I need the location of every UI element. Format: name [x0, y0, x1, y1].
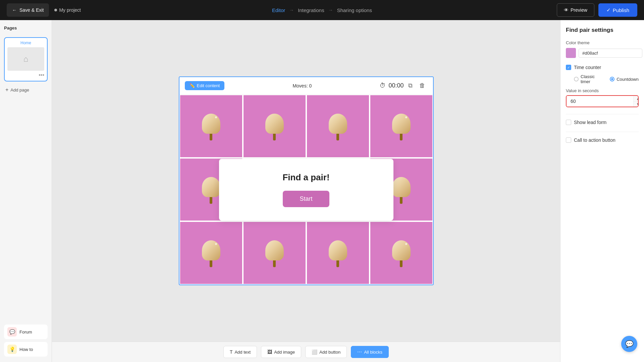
grid-cell-9[interactable]: [179, 221, 243, 285]
chat-fab-button[interactable]: 💬: [621, 336, 637, 352]
show-lead-form-section: Show lead form: [566, 120, 639, 125]
moves-counter: Moves: 0: [292, 83, 312, 88]
popsicle-12: [390, 240, 412, 265]
classic-timer-radio-row[interactable]: Classic timer: [574, 74, 603, 84]
canvas-area: ✏️ Edit content Moves: 0 ⏱ 00:00 ⧉ 🗑: [52, 20, 560, 362]
value-in-seconds-label: Value in seconds: [566, 88, 639, 93]
call-to-action-label: Call to action button: [574, 137, 615, 143]
color-hex-input[interactable]: [579, 49, 642, 58]
home-page-label: Home: [7, 41, 44, 45]
classic-timer-radio[interactable]: [574, 77, 579, 81]
time-counter-row: Time counter: [566, 65, 639, 70]
value-input-wrap: ▲ ▼: [566, 95, 639, 107]
game-grid: Find a pair! Start: [179, 95, 433, 285]
nav-editor-link[interactable]: Editor: [272, 7, 285, 13]
timer-value: 00:00: [388, 82, 404, 89]
nav-integrations-link[interactable]: Integrations: [298, 7, 324, 13]
classic-timer-label: Classic timer: [581, 74, 603, 84]
color-swatch[interactable]: [566, 48, 576, 58]
popsicle-9: [200, 240, 222, 265]
game-canvas: ✏️ Edit content Moves: 0 ⏱ 00:00 ⧉ 🗑: [179, 76, 434, 285]
main-layout: Pages Home ⌂ ••• + Add page 💬 Forum 💡 Ho…: [0, 20, 644, 362]
add-text-button[interactable]: T Add text: [223, 346, 257, 358]
edit-content-label: Edit content: [197, 83, 220, 88]
add-page-button[interactable]: + Add page: [4, 85, 48, 94]
value-in-seconds-section: Value in seconds ▲ ▼: [566, 88, 639, 107]
check-icon: ✓: [606, 7, 611, 13]
eye-icon: 👁: [564, 7, 569, 13]
more-dots-icon[interactable]: •••: [39, 72, 44, 78]
countdown-radio-row[interactable]: Countdown: [610, 74, 639, 84]
popsicle-8: [390, 177, 412, 202]
divider-1: [566, 114, 639, 114]
text-icon: T: [230, 349, 233, 355]
add-image-button[interactable]: 🖼 Add image: [261, 346, 301, 358]
timer-icon: ⏱: [380, 82, 386, 89]
page-thumbnail: ⌂: [7, 47, 44, 71]
popsicle-11: [327, 240, 349, 265]
button-icon: ⬜: [312, 349, 317, 355]
add-page-label: Add page: [10, 87, 29, 93]
forum-icon: 💬: [7, 327, 17, 337]
value-spinner: ▲ ▼: [633, 96, 639, 107]
countdown-radio[interactable]: [610, 77, 614, 81]
left-sidebar: Pages Home ⌂ ••• + Add page 💬 Forum 💡 Ho…: [0, 20, 52, 362]
delete-button[interactable]: 🗑: [417, 81, 427, 90]
call-to-action-section: Call to action button: [566, 137, 639, 143]
edit-content-button[interactable]: ✏️ Edit content: [185, 81, 225, 90]
grid-cell-12[interactable]: [370, 221, 433, 285]
start-game-button[interactable]: Start: [283, 191, 329, 207]
back-arrow-icon: ←: [12, 7, 17, 13]
copy-button[interactable]: ⧉: [406, 81, 415, 90]
page-more-btn[interactable]: •••: [7, 72, 44, 78]
image-icon: 🖼: [267, 349, 272, 355]
divider-2: [566, 132, 639, 132]
project-name: My project: [54, 7, 81, 13]
chat-icon: 💬: [625, 340, 634, 348]
add-button-button[interactable]: ⬜ Add button: [305, 346, 347, 358]
game-start-overlay: Find a pair! Start: [219, 159, 393, 221]
all-blocks-button[interactable]: ⋯ All blocks: [351, 346, 389, 358]
how-to-tool-item[interactable]: 💡 How to: [4, 342, 48, 357]
value-in-seconds-input[interactable]: [567, 96, 633, 107]
show-lead-form-row: Show lead form: [566, 120, 639, 125]
call-to-action-row: Call to action button: [566, 137, 639, 143]
forum-tool-item[interactable]: 💬 Forum: [4, 324, 48, 339]
forum-label: Forum: [19, 329, 32, 335]
nav-sharing-link[interactable]: Sharing options: [337, 7, 372, 13]
publish-button[interactable]: ✓ Publish: [598, 3, 637, 17]
grid-cell-1[interactable]: [179, 95, 243, 158]
home-page-item[interactable]: Home ⌂ •••: [4, 37, 48, 81]
time-counter-checkbox[interactable]: [566, 65, 571, 70]
nav-right: 👁 Preview ✓ Publish: [557, 3, 637, 17]
color-theme-label: Color theme: [566, 40, 639, 45]
popsicle-4: [390, 114, 412, 139]
spinner-down-button[interactable]: ▼: [634, 102, 639, 107]
spinner-up-button[interactable]: ▲: [634, 96, 639, 102]
canvas-topbar: ✏️ Edit content Moves: 0 ⏱ 00:00 ⧉ 🗑: [179, 77, 433, 95]
time-counter-label: Time counter: [574, 65, 601, 70]
grid-cell-3[interactable]: [306, 95, 370, 158]
grid-cell-11[interactable]: [306, 221, 370, 285]
home-icon: ⌂: [23, 54, 29, 64]
save-exit-label: Save & Exit: [19, 7, 44, 13]
show-lead-form-checkbox[interactable]: [566, 120, 571, 125]
blocks-icon: ⋯: [357, 349, 362, 355]
how-to-label: How to: [19, 347, 33, 352]
preview-button[interactable]: 👁 Preview: [557, 3, 594, 17]
timer-type-group: Classic timer Countdown: [574, 74, 639, 84]
show-lead-form-label: Show lead form: [574, 120, 606, 125]
grid-cell-4[interactable]: [370, 95, 433, 158]
grid-cell-10[interactable]: [243, 221, 306, 285]
popsicle-1: [200, 114, 222, 139]
call-to-action-checkbox[interactable]: [566, 137, 571, 143]
nav-arrow-1: →: [289, 7, 294, 13]
grid-cell-2[interactable]: [243, 95, 306, 158]
color-row: [566, 48, 639, 58]
popsicle-3: [327, 114, 349, 139]
canvas-wrapper: ✏️ Edit content Moves: 0 ⏱ 00:00 ⧉ 🗑: [52, 20, 560, 342]
color-theme-section: Color theme: [566, 40, 639, 58]
save-exit-button[interactable]: ← Save & Exit: [7, 3, 49, 17]
popsicle-10: [264, 240, 285, 265]
countdown-label: Countdown: [616, 77, 639, 82]
